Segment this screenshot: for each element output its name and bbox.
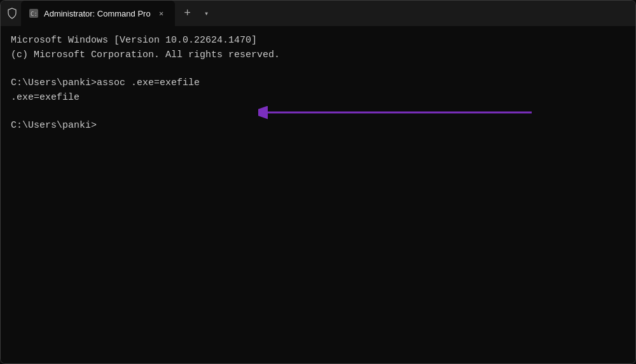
shield-icon	[6, 7, 18, 20]
terminal-line-5: C:\Users\panki>	[11, 119, 625, 133]
terminal-line-2: (c) Microsoft Corporation. All rights re…	[11, 48, 625, 63]
terminal-blank-1	[11, 62, 625, 76]
terminal-line-3: C:\Users\panki>assoc .exe=exefile	[11, 76, 625, 91]
terminal-body[interactable]: Microsoft Windows [Version 10.0.22624.14…	[1, 26, 635, 363]
tab-dropdown-button[interactable]: ▾	[198, 4, 216, 22]
titlebar-left	[6, 7, 21, 20]
terminal-line-4: .exe=exefile	[11, 91, 625, 105]
terminal-line-1: Microsoft Windows [Version 10.0.22624.14…	[11, 34, 625, 48]
terminal-blank-2	[11, 105, 625, 119]
cmd-icon: C:	[29, 8, 39, 18]
titlebar: C: Administrator: Command Pro ✕ + ▾	[1, 1, 635, 26]
close-tab-button[interactable]: ✕	[156, 8, 167, 19]
terminal-window: C: Administrator: Command Pro ✕ + ▾ Micr…	[0, 0, 636, 364]
tab-area: C: Administrator: Command Pro ✕ + ▾	[21, 1, 630, 26]
new-tab-button[interactable]: +	[177, 3, 198, 24]
svg-text:C:: C:	[31, 11, 38, 17]
active-tab[interactable]: C: Administrator: Command Pro ✕	[21, 1, 175, 26]
tab-title: Administrator: Command Pro	[44, 9, 151, 18]
